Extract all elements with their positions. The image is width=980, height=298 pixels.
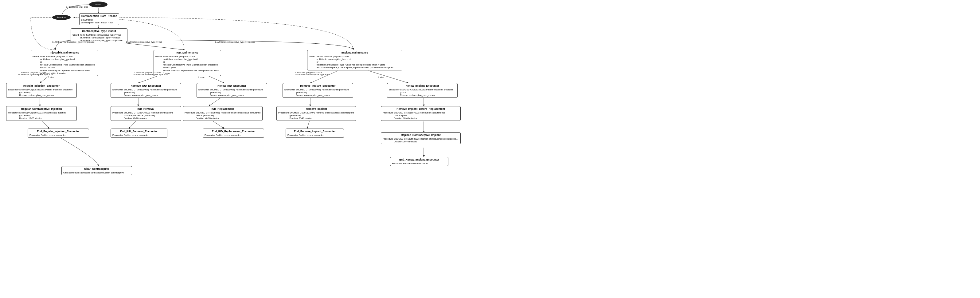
renew-iud-encounter-node: Renew_IUD_Encounter Encounter SNOMED-CT[… [197,83,267,98]
regular-injection-encounter-node: Regular_Injection_Encounter Encounter SN… [6,83,77,98]
edge-label-gender: 1. gender is M 2. else [66,6,88,8]
svg-line-7 [369,71,409,83]
terminal-node: Terminal [52,15,71,20]
edge-label-else-iud: 2. else [198,76,205,79]
end-renew-implant-encounter-node: End_Renew_Implant_Encounter Encounter En… [390,157,449,166]
remove-iud-encounter-node: Remove_IUD_Encounter Encounter SNOMED-CT… [111,83,181,98]
edge-label-iud: 1. Attribute: contraceptive_type == iud [126,41,162,43]
diagram-container: Initial 1. gender is M 2. else Terminal … [0,0,980,298]
remove-implant-encounter-node: Remove_Implant_Encounter Encounter SNOME… [283,83,353,98]
remove-implant-node: Remove_Implant Procedure SNOMED-CT[30180… [277,106,356,121]
regular-contraceptive-injection-node: Regular_Contraceptive_Injection Procedur… [6,106,77,121]
edge-label-implant: 2. Attribute: contraceptive_type == impl… [215,41,255,43]
clear-contraceptive-node: Clear_Contraceptive CallSubmodule submod… [61,166,132,175]
end-iud-replacement-encounter-node: End_IUD_Replacement_Encounter Encounter … [203,128,264,138]
iud-removal-node: IUD_Removal Procedure SNOMED-CT[12634160… [111,106,181,121]
end-regular-injection-encounter-node: End_Regular_Injection_Encounter Encounte… [28,128,89,138]
contraception-care-reason-node: Contraception_Care_Reason SetAttribute: … [79,13,119,25]
arrows-svg [0,0,980,298]
edge-label-else-injectable: 2. else [48,76,54,79]
implant-maintenance-node: Implant_Maintenance Guard Allow if Attri… [307,50,402,70]
iud-replacement-node: IUD_Replacement Procedure SNOMED-CT[4670… [183,106,262,121]
renew-implant-encounter-node: Renew_Implant_Encounter Encounter SNOMED… [387,83,458,98]
edge-label-else-implant: 2. else [378,76,384,79]
replace-contraceptive-implant-node: Replace_Contraceptive_Implant Procedure … [381,132,461,144]
edge-label-injectable: 3. Attribute: contraceptive_type == inje… [52,41,95,43]
initial-node: Initial [89,2,108,7]
end-iud-removal-encounter-node: End_IUD_Removal_Encounter Encounter End … [111,128,167,138]
edge-label-pregnant-implant: 1. Attribute: pregnant == trueor Attribu… [295,71,329,76]
remove-implant-before-replacement-node: Remove_Implant_Before_Replacement Proced… [381,106,461,121]
end-remove-implant-encounter-node: End_Remove_Implant_Encounter Encounter E… [286,128,344,138]
edge-label-pregnant-injectable: 1. Attribute: pregnant == trueor Attribu… [18,71,53,76]
edge-label-pregnant-iud: 1. Attribute: pregnant == trueor Attribu… [134,71,168,76]
